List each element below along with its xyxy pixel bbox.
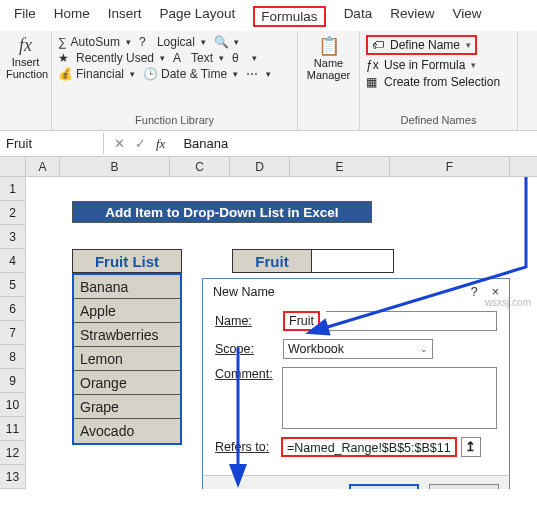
col-D[interactable]: D bbox=[230, 157, 290, 176]
date-button[interactable]: 🕒Date & Time▾ bbox=[143, 67, 238, 81]
row-8[interactable]: 8 bbox=[0, 345, 26, 369]
list-item[interactable]: Orange bbox=[74, 371, 180, 395]
refers-input[interactable]: =Named_Range!$B$5:$B$11 bbox=[281, 437, 457, 457]
tab-home[interactable]: Home bbox=[54, 6, 90, 27]
range-picker-icon[interactable]: ↥ bbox=[461, 437, 481, 457]
row-2[interactable]: 2 bbox=[0, 201, 26, 225]
tab-layout[interactable]: Page Layout bbox=[160, 6, 236, 27]
new-name-dialog: New Name ? × Name: Fruit Scope: bbox=[202, 278, 510, 489]
chevron-down-icon: ⌄ bbox=[420, 344, 428, 354]
name-input-ext[interactable] bbox=[326, 311, 497, 331]
row-3[interactable]: 3 bbox=[0, 225, 26, 249]
row-9[interactable]: 9 bbox=[0, 369, 26, 393]
row-11[interactable]: 11 bbox=[0, 417, 26, 441]
defined-names-group: 🏷Define Name▾ ƒxUse in Formula▾ ▦Create … bbox=[360, 31, 518, 130]
fx-icon: fx bbox=[6, 35, 45, 56]
tab-review[interactable]: Review bbox=[390, 6, 434, 27]
dialog-title: New Name bbox=[213, 285, 275, 299]
th-fruit: Fruit bbox=[232, 249, 312, 273]
financial-button[interactable]: 💰Financial▾ bbox=[58, 67, 135, 81]
text-button[interactable]: AText▾ bbox=[173, 51, 224, 65]
logical-icon: ? bbox=[139, 35, 153, 49]
tag-icon: 🏷 bbox=[372, 38, 386, 52]
more-icon: ⋯ bbox=[246, 67, 260, 81]
row-10[interactable]: 10 bbox=[0, 393, 26, 417]
fruit-list-range[interactable]: BananaAppleStrawberriesLemonOrangeGrapeA… bbox=[72, 273, 182, 445]
more-button[interactable]: ⋯▾ bbox=[246, 67, 271, 81]
insert-function-button[interactable]: fx InsertFunction bbox=[0, 31, 52, 130]
formula-bar[interactable]: Banana bbox=[175, 136, 228, 151]
row-1[interactable]: 1 bbox=[0, 177, 26, 201]
scope-select[interactable]: Workbook ⌄ bbox=[283, 339, 433, 359]
list-item[interactable]: Strawberries bbox=[74, 323, 180, 347]
tab-insert[interactable]: Insert bbox=[108, 6, 142, 27]
list-item[interactable]: Grape bbox=[74, 395, 180, 419]
scope-label: Scope: bbox=[215, 342, 277, 356]
dn-label: Defined Names bbox=[366, 111, 511, 126]
row-6[interactable]: 6 bbox=[0, 297, 26, 321]
col-F[interactable]: F bbox=[390, 157, 510, 176]
cancel-button[interactable]: Cancel bbox=[429, 484, 499, 489]
recent-icon: ★ bbox=[58, 51, 72, 65]
define-name-button[interactable]: 🏷Define Name▾ bbox=[366, 35, 477, 55]
tab-data[interactable]: Data bbox=[344, 6, 373, 27]
ok-button[interactable]: OK bbox=[349, 484, 419, 489]
formula-icon: ƒx bbox=[366, 58, 380, 72]
flib-label: Function Library bbox=[58, 111, 291, 126]
col-E[interactable]: E bbox=[290, 157, 390, 176]
name-manager-label: NameManager bbox=[304, 57, 353, 81]
text-icon: A bbox=[173, 51, 187, 65]
row-5[interactable]: 5 bbox=[0, 273, 26, 297]
autosum-button[interactable]: ∑ AutoSum▾ bbox=[58, 35, 131, 49]
recent-button[interactable]: ★Recently Used▾ bbox=[58, 51, 165, 65]
cancel-icon[interactable]: ✕ bbox=[114, 136, 125, 152]
row-7[interactable]: 7 bbox=[0, 321, 26, 345]
col-B[interactable]: B bbox=[60, 157, 170, 176]
enter-icon[interactable]: ✓ bbox=[135, 136, 146, 152]
tab-formulas[interactable]: Formulas bbox=[253, 6, 325, 27]
math-icon: θ bbox=[232, 51, 246, 65]
comment-label: Comment: bbox=[215, 367, 276, 381]
comment-input[interactable] bbox=[282, 367, 497, 429]
list-item[interactable]: Lemon bbox=[74, 347, 180, 371]
list-item[interactable]: Avocado bbox=[74, 419, 180, 443]
function-library-group: ∑ AutoSum▾ ?Logical▾ 🔍▾ ★Recently Used▾ … bbox=[52, 31, 298, 130]
selection-icon: ▦ bbox=[366, 75, 380, 89]
refers-label: Refers to: bbox=[215, 440, 277, 454]
watermark: wsxsj.com bbox=[485, 297, 531, 308]
list-item[interactable]: Apple bbox=[74, 299, 180, 323]
financial-icon: 💰 bbox=[58, 67, 72, 81]
use-formula-button[interactable]: ƒxUse in Formula▾ bbox=[366, 58, 511, 72]
select-all[interactable] bbox=[0, 157, 26, 176]
col-C[interactable]: C bbox=[170, 157, 230, 176]
name-label: Name: bbox=[215, 314, 277, 328]
row-13[interactable]: 13 bbox=[0, 465, 26, 489]
list-item[interactable]: Banana bbox=[74, 275, 180, 299]
fruit-cell[interactable] bbox=[312, 249, 394, 273]
name-manager-button[interactable]: 📋 NameManager bbox=[298, 31, 360, 130]
math-button[interactable]: θ▾ bbox=[232, 51, 257, 65]
tab-file[interactable]: File bbox=[14, 6, 36, 27]
lookup-icon: 🔍 bbox=[214, 35, 228, 49]
page-title: Add Item to Drop-Down List in Excel bbox=[72, 201, 372, 223]
name-box[interactable]: Fruit bbox=[0, 133, 104, 154]
logical-button[interactable]: ?Logical▾ bbox=[139, 35, 206, 49]
row-4[interactable]: 4 bbox=[0, 249, 26, 273]
col-A[interactable]: A bbox=[26, 157, 60, 176]
row-12[interactable]: 12 bbox=[0, 441, 26, 465]
date-icon: 🕒 bbox=[143, 67, 157, 81]
scope-value: Workbook bbox=[288, 342, 344, 356]
dialog-help[interactable]: ? bbox=[471, 285, 478, 299]
name-manager-icon: 📋 bbox=[304, 35, 353, 57]
name-input[interactable]: Fruit bbox=[283, 311, 320, 331]
fx-bar-icon[interactable]: fx bbox=[156, 136, 165, 152]
th-fruitlist: Fruit List bbox=[72, 249, 182, 273]
lookup-button[interactable]: 🔍▾ bbox=[214, 35, 239, 49]
insert-fn-label: InsertFunction bbox=[6, 56, 45, 80]
tab-view[interactable]: View bbox=[452, 6, 481, 27]
create-selection-button[interactable]: ▦Create from Selection bbox=[366, 75, 511, 89]
